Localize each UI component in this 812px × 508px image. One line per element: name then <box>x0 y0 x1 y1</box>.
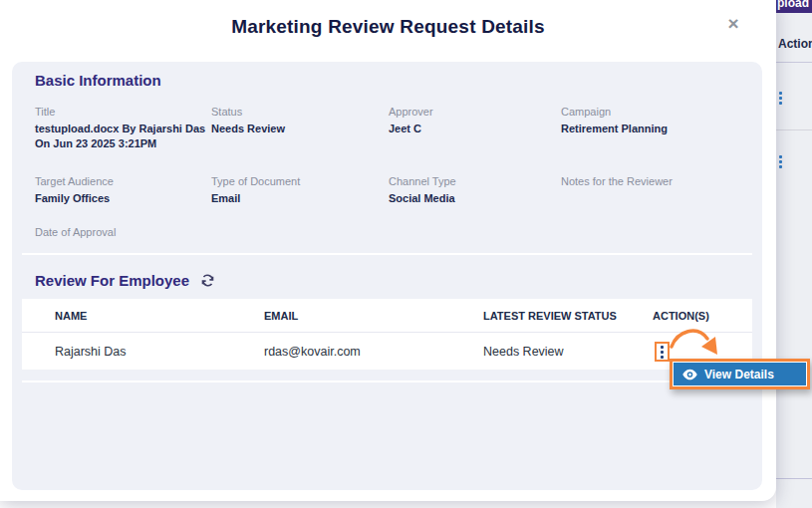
background-row-actions-kebab-icon[interactable] <box>779 92 782 105</box>
actions-dropdown-menu: View Details <box>670 359 810 389</box>
field-target-audience: Target Audience Family Offices <box>35 175 206 206</box>
eye-icon <box>682 369 697 381</box>
basic-information-heading: Basic Information <box>35 72 161 89</box>
review-for-employee-heading: Review For Employee <box>35 272 215 289</box>
background-page: pload Action <box>776 0 812 508</box>
field-value: testupload.docx By Rajarshi Das On Jun 2… <box>35 122 206 151</box>
upload-button[interactable]: pload <box>776 0 812 13</box>
review-for-employee-heading-label: Review For Employee <box>35 272 189 289</box>
table-header-row: NAME EMAIL LATEST REVIEW STATUS ACTION(S… <box>22 299 752 332</box>
field-date-of-approval: Date of Approval <box>35 226 206 242</box>
field-title: Title testupload.docx By Rajarshi Das On… <box>35 106 206 151</box>
field-campaign: Campaign Retirement Planning <box>561 106 732 136</box>
field-value: Retirement Planning <box>561 122 732 136</box>
close-icon[interactable]: × <box>721 12 745 36</box>
field-label: Title <box>35 106 206 119</box>
field-label: Date of Approval <box>35 226 206 239</box>
field-value: Social Media <box>389 191 560 206</box>
field-value: Jeet C <box>389 122 560 136</box>
field-type-of-document: Type of Document Email <box>211 175 383 206</box>
header-actions: ACTION(S) <box>653 310 752 322</box>
header-latest-review-status: LATEST REVIEW STATUS <box>483 310 653 322</box>
upload-button-label: pload <box>777 0 812 10</box>
background-row-actions-kebab-icon[interactable] <box>779 155 782 168</box>
cell-email: rdas@kovair.com <box>264 345 483 359</box>
review-employee-table: NAME EMAIL LATEST REVIEW STATUS ACTION(S… <box>22 299 752 370</box>
row-divider <box>776 478 812 479</box>
field-value: Email <box>211 191 383 206</box>
table-row: Rajarshi Das rdas@kovair.com Needs Revie… <box>22 332 752 370</box>
field-label: Type of Document <box>211 175 383 188</box>
header-email: EMAIL <box>264 310 483 322</box>
screen: pload Action Marketing Review Request De… <box>0 0 812 508</box>
field-label: Approver <box>389 106 560 119</box>
field-label: Status <box>211 106 383 119</box>
view-details-menu-item[interactable]: View Details <box>674 363 806 385</box>
field-label: Campaign <box>561 106 732 119</box>
cell-latest-review-status: Needs Review <box>483 345 653 359</box>
section-divider <box>22 381 752 382</box>
field-value: Family Offices <box>35 191 206 206</box>
field-label: Target Audience <box>35 175 206 188</box>
row-actions-kebab-icon[interactable] <box>655 342 670 362</box>
action-column-header: Action <box>778 37 812 51</box>
marketing-review-request-details-modal: Marketing Review Request Details × Basic… <box>0 0 776 501</box>
field-value: Needs Review <box>211 122 383 136</box>
row-divider <box>776 129 812 130</box>
view-details-label: View Details <box>704 368 774 381</box>
section-divider <box>22 253 752 255</box>
field-status: Status Needs Review <box>211 106 383 136</box>
header-name: NAME <box>55 310 264 322</box>
details-card: Basic Information Title testupload.docx … <box>12 62 762 490</box>
row-divider <box>776 62 812 63</box>
field-label: Channel Type <box>389 175 560 188</box>
field-channel-type: Channel Type Social Media <box>389 175 560 206</box>
field-approver: Approver Jeet C <box>389 106 560 136</box>
modal-title: Marketing Review Request Details <box>0 16 776 38</box>
refresh-icon[interactable] <box>199 273 215 289</box>
cell-name: Rajarshi Das <box>55 345 264 359</box>
field-notes-for-reviewer: Notes for the Reviewer <box>561 175 732 191</box>
field-label: Notes for the Reviewer <box>561 175 732 188</box>
